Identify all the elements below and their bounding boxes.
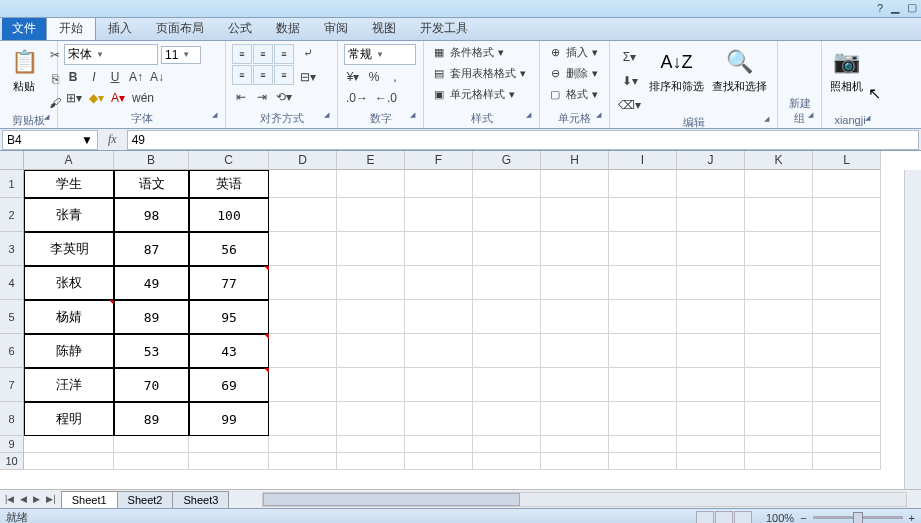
cell[interactable] — [745, 198, 813, 232]
table-cell[interactable]: 49 — [114, 266, 189, 300]
fill-color-button[interactable]: ◆▾ — [87, 89, 106, 107]
comma-button[interactable]: , — [386, 68, 404, 86]
cell[interactable] — [813, 402, 881, 436]
row-header[interactable]: 8 — [0, 402, 24, 436]
cell[interactable] — [337, 402, 405, 436]
indent-left-button[interactable]: ⇤ — [232, 88, 250, 106]
cell[interactable] — [745, 368, 813, 402]
format-cells-button[interactable]: ▢格式▾ — [546, 86, 600, 103]
row-header[interactable]: 6 — [0, 334, 24, 368]
shrink-font-button[interactable]: A↓ — [148, 68, 166, 86]
cell[interactable] — [473, 402, 541, 436]
decrease-decimal-button[interactable]: ←.0 — [373, 89, 399, 107]
cell[interactable] — [609, 170, 677, 198]
cell[interactable] — [189, 453, 269, 470]
table-cell[interactable]: 语文 — [114, 170, 189, 198]
cell[interactable] — [609, 402, 677, 436]
tab-formulas[interactable]: 公式 — [216, 17, 264, 40]
col-header[interactable]: G — [473, 151, 541, 170]
col-header[interactable]: H — [541, 151, 609, 170]
cell[interactable] — [813, 453, 881, 470]
cell[interactable] — [269, 402, 337, 436]
row-header[interactable]: 1 — [0, 170, 24, 198]
orientation-button[interactable]: ⟲▾ — [274, 88, 294, 106]
cell[interactable] — [473, 368, 541, 402]
table-cell[interactable]: 陈静 — [24, 334, 114, 368]
cell[interactable] — [677, 198, 745, 232]
cell[interactable] — [337, 453, 405, 470]
cell[interactable] — [677, 232, 745, 266]
help-icon[interactable]: ? — [877, 2, 883, 14]
row-header[interactable]: 2 — [0, 198, 24, 232]
cell[interactable] — [541, 402, 609, 436]
sort-filter-button[interactable]: A↓Z 排序和筛选 — [647, 44, 706, 94]
table-cell[interactable]: 70 — [114, 368, 189, 402]
cell[interactable] — [405, 368, 473, 402]
col-header[interactable]: J — [677, 151, 745, 170]
cell[interactable] — [24, 436, 114, 453]
cell[interactable] — [745, 300, 813, 334]
table-cell[interactable]: 95 — [189, 300, 269, 334]
fx-icon[interactable]: fx — [100, 132, 125, 147]
table-cell[interactable]: 87 — [114, 232, 189, 266]
percent-button[interactable]: % — [365, 68, 383, 86]
cell[interactable] — [405, 402, 473, 436]
name-box[interactable]: B4▼ — [2, 130, 98, 150]
zoom-in-button[interactable]: + — [909, 512, 915, 524]
cell[interactable] — [677, 453, 745, 470]
cell[interactable] — [609, 300, 677, 334]
cell[interactable] — [813, 334, 881, 368]
col-header[interactable]: B — [114, 151, 189, 170]
cell[interactable] — [541, 266, 609, 300]
table-cell[interactable]: 张权 — [24, 266, 114, 300]
cell[interactable] — [269, 436, 337, 453]
cell[interactable] — [745, 170, 813, 198]
merge-button[interactable]: ⊟▾ — [298, 68, 318, 86]
tab-data[interactable]: 数据 — [264, 17, 312, 40]
cell[interactable] — [269, 266, 337, 300]
tab-view[interactable]: 视图 — [360, 17, 408, 40]
table-cell[interactable]: 43 — [189, 334, 269, 368]
select-all-corner[interactable] — [0, 151, 24, 170]
cell[interactable] — [677, 266, 745, 300]
camera-button[interactable]: 📷 照相机 — [828, 44, 865, 94]
table-cell[interactable]: 77 — [189, 266, 269, 300]
insert-cells-button[interactable]: ⊕插入▾ — [546, 44, 600, 61]
cell[interactable] — [473, 266, 541, 300]
tab-insert[interactable]: 插入 — [96, 17, 144, 40]
table-cell[interactable]: 李英明 — [24, 232, 114, 266]
minimize-icon[interactable]: ▁ — [891, 1, 899, 14]
spreadsheet-grid[interactable]: ABCDEFGHIJKL 12345678910 学生语文英语张青98100李英… — [0, 151, 921, 489]
table-cell[interactable]: 69 — [189, 368, 269, 402]
cell[interactable] — [541, 170, 609, 198]
cell[interactable] — [745, 436, 813, 453]
zoom-slider[interactable] — [813, 516, 903, 519]
cell[interactable] — [609, 266, 677, 300]
row-header[interactable]: 9 — [0, 436, 24, 453]
cell-styles-button[interactable]: ▣单元格样式▾ — [430, 86, 517, 103]
table-cell[interactable]: 89 — [114, 402, 189, 436]
cell[interactable] — [745, 232, 813, 266]
tab-home[interactable]: 开始 — [46, 16, 96, 40]
cell[interactable] — [24, 453, 114, 470]
table-cell[interactable]: 汪洋 — [24, 368, 114, 402]
cell[interactable] — [473, 300, 541, 334]
horizontal-scrollbar[interactable] — [248, 492, 921, 507]
cell[interactable] — [405, 232, 473, 266]
col-header[interactable]: E — [337, 151, 405, 170]
cell[interactable] — [541, 232, 609, 266]
cell[interactable] — [677, 170, 745, 198]
cell[interactable] — [677, 334, 745, 368]
cell[interactable] — [541, 334, 609, 368]
table-cell[interactable]: 程明 — [24, 402, 114, 436]
vertical-scrollbar[interactable] — [904, 170, 921, 489]
cell[interactable] — [745, 453, 813, 470]
cell[interactable] — [337, 170, 405, 198]
autosum-button[interactable]: Σ▾ — [616, 48, 643, 66]
table-cell[interactable]: 杨婧 — [24, 300, 114, 334]
wrap-text-button[interactable]: ⤶ — [298, 44, 318, 62]
view-buttons[interactable] — [696, 511, 752, 524]
cell[interactable] — [473, 170, 541, 198]
cell[interactable] — [813, 300, 881, 334]
cell[interactable] — [114, 453, 189, 470]
